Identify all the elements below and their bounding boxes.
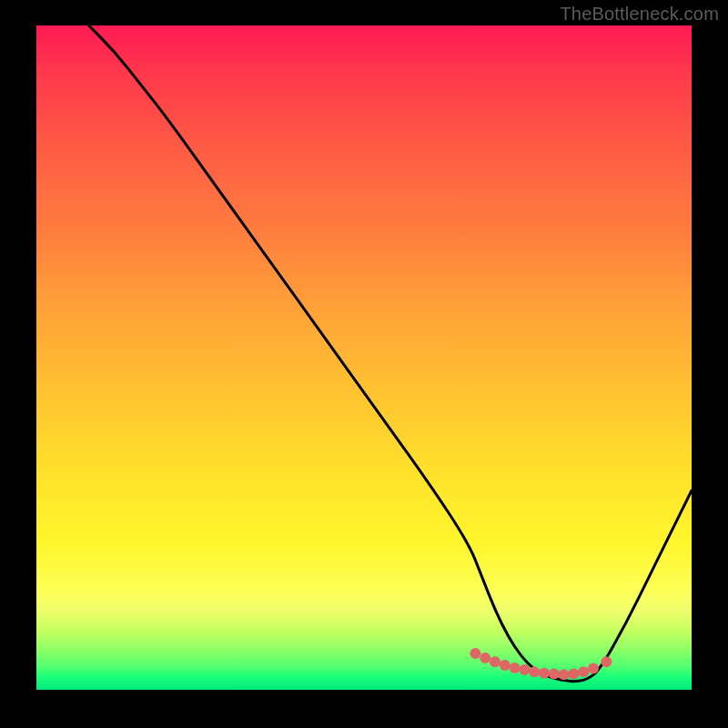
dot xyxy=(559,669,570,680)
dot xyxy=(568,669,579,680)
dot xyxy=(510,662,521,673)
dot xyxy=(519,664,530,675)
dot xyxy=(529,666,540,677)
dot xyxy=(601,656,612,667)
plot-area xyxy=(36,25,692,690)
dot-cluster xyxy=(470,648,612,680)
watermark-text: TheBottleneck.com xyxy=(560,4,719,25)
dot xyxy=(588,663,599,674)
dot xyxy=(578,666,589,677)
dot xyxy=(470,648,480,659)
dots-svg xyxy=(36,25,692,690)
dot xyxy=(480,652,490,663)
dot xyxy=(549,669,560,680)
chart-container: TheBottleneck.com xyxy=(0,0,728,728)
dot xyxy=(539,668,550,679)
dot xyxy=(500,660,511,671)
dot xyxy=(490,656,500,667)
